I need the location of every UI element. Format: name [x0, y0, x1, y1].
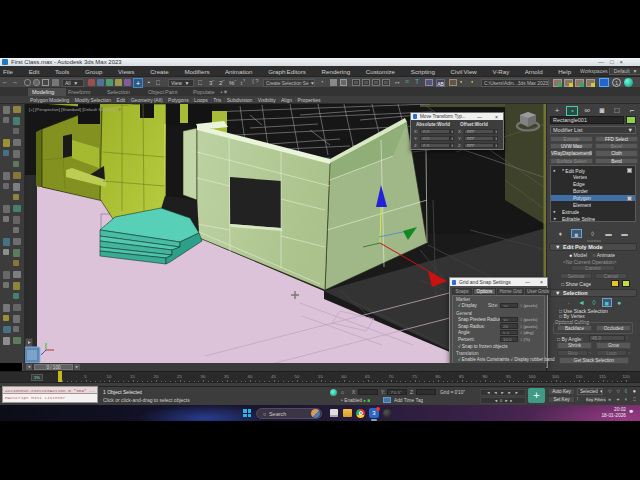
- svg-text:[+] [Perspective] [Standard] [: [+] [Perspective] [Standard] [Default Sh…: [29, 107, 122, 112]
